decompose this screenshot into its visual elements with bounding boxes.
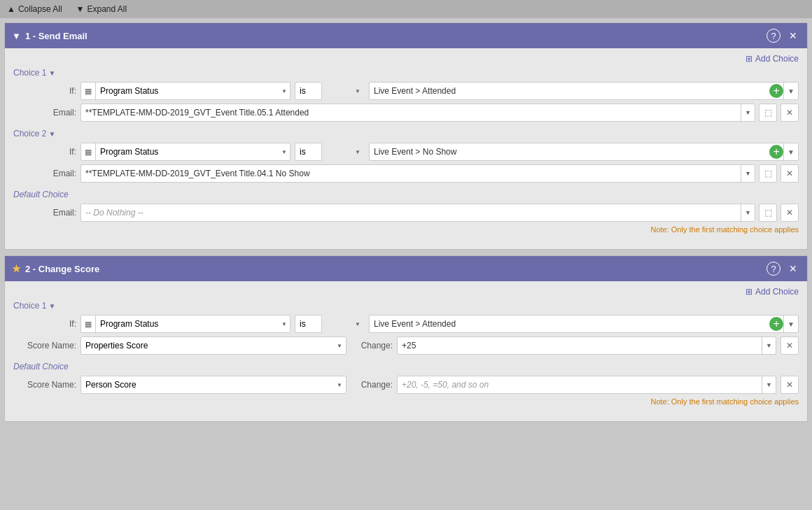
main-content: ▼ 1 - Send Email ? ✕ ⊞ Add Choice Choice… — [0, 18, 812, 426]
step1-default-email-value: -- Do Nothing -- — [81, 208, 741, 218]
step1-choice1-value-field: Live Event > Attended + ▼ — [369, 82, 799, 100]
step1-choice2-value-field: Live Event > No Show + ▼ — [369, 143, 799, 161]
step2-choice1-value-text: Live Event > Attended — [370, 319, 769, 329]
step2-add-choice-row: ⊞ Add Choice — [13, 287, 799, 297]
step1-add-choice-row: ⊞ Add Choice — [13, 54, 799, 64]
top-toolbar: ▲ Collapse All ▼ Expand All — [0, 0, 812, 18]
step2-choice1-operator-select[interactable]: is — [295, 315, 322, 333]
step1-choice2-section: Choice 2 ▼ If: ▦ Program Status — [13, 129, 799, 183]
step2-choice1-if-select[interactable]: Program Status — [96, 316, 174, 332]
step2-default-choice-label: Default Choice — [13, 362, 799, 371]
step1-choice1-email-field-wrap: **TEMPLATE-MM-DD-2019_GVT_Event Title.05… — [80, 104, 799, 122]
step1-header-left: ▼ 1 - Send Email — [12, 31, 88, 41]
step1-choice2-email-value: **TEMPLATE-MM-DD-2019_GVT_Event Title.04… — [81, 169, 741, 178]
step1-choice2-operator-select[interactable]: is — [295, 143, 322, 161]
step1-choice2-email-field-wrap: **TEMPLATE-MM-DD-2019_GVT_Event Title.04… — [80, 164, 799, 183]
step1-choice2-calendar-icon: ▦ — [81, 143, 96, 160]
step1-info-button[interactable]: ? — [766, 29, 780, 43]
step2-star-icon: ★ — [12, 263, 21, 274]
step2-default-change-value: +20, -5, =50, and so on — [398, 380, 762, 390]
collapse-all-button[interactable]: ▲ Collapse All — [7, 4, 62, 14]
step1-choice2-email-label: Email: — [13, 169, 76, 178]
step2-choice1-change-value: +25 — [398, 341, 762, 350]
step1-close-button[interactable]: ✕ — [786, 29, 800, 43]
step1-choice1-if-row: If: ▦ Program Status is — [13, 82, 799, 100]
step1-choice1-if-select[interactable]: Program Status — [96, 83, 174, 99]
step2-body: ⊞ Add Choice Choice 1 ▼ If: ▦ — [5, 281, 807, 421]
step1-default-email-field-wrap: -- Do Nothing -- ▼ ⬚ ✕ — [80, 204, 799, 222]
step2-choice1-change-label: Change: — [351, 341, 393, 350]
step1-choice2-program-status-field[interactable]: ▦ Program Status — [80, 143, 290, 161]
step2-choice1-change-arrow-icon: ▼ — [762, 337, 776, 354]
step1-choice1-program-status-field[interactable]: ▦ Program Status — [80, 82, 290, 100]
step1-choice2-add-value-button[interactable]: + — [769, 145, 783, 159]
step2-choice1-arrow-icon: ▼ — [48, 302, 55, 310]
step1-choice1-arrow-icon: ▼ — [48, 69, 55, 77]
step2-info-button[interactable]: ? — [766, 262, 780, 276]
step2-choice1-add-value-button[interactable]: + — [769, 317, 783, 331]
step1-choice2-preview-button[interactable]: ⬚ — [759, 164, 777, 183]
step2-choice1-score-name-wrap[interactable]: Properties Score — [80, 337, 346, 355]
expand-all-button[interactable]: ▼ Expand All — [76, 4, 127, 14]
step2-choice1-delete-button[interactable]: ✕ — [780, 337, 799, 355]
step1-choice1-email-value: **TEMPLATE-MM-DD-2019_GVT_Event Title.05… — [81, 108, 741, 118]
step1-choice1-email-label: Email: — [13, 108, 76, 118]
step2-choice1-value-dropdown-button[interactable]: ▼ — [783, 316, 798, 332]
step1-default-email-select[interactable]: -- Do Nothing -- ▼ — [80, 204, 755, 222]
step2-choice1-change-field[interactable]: +25 ▼ — [397, 337, 776, 355]
step1-add-choice-link[interactable]: ⊞ Add Choice — [746, 54, 799, 64]
step2-default-choice-section: Default Choice Score Name: Person Score … — [13, 362, 799, 406]
step1-note-text: Only the first matching choice applies — [671, 225, 799, 234]
step1-choice2-arrow-icon: ▼ — [48, 130, 55, 138]
step1-default-preview-button[interactable]: ⬚ — [759, 204, 777, 222]
step1-choice2-if-row: If: ▦ Program Status is — [13, 143, 799, 161]
step1-choice1-section: Choice 1 ▼ If: ▦ Program Status — [13, 68, 799, 122]
step1-choice1-email-select[interactable]: **TEMPLATE-MM-DD-2019_GVT_Event Title.05… — [80, 104, 755, 122]
step1-choice2-value-dropdown-button[interactable]: ▼ — [783, 143, 798, 160]
step1-collapse-icon: ▼ — [12, 31, 21, 41]
step2-default-score-name-wrap[interactable]: Person Score — [80, 376, 346, 394]
step2-default-score-row: Score Name: Person Score Change: +20, -5… — [13, 376, 799, 394]
step2-default-score-label: Score Name: — [13, 380, 76, 390]
step1-choice2-operator-wrap[interactable]: is — [295, 143, 365, 161]
step1-choice2-value-text: Live Event > No Show — [370, 147, 769, 157]
step1-choice1-delete-button[interactable]: ✕ — [780, 104, 799, 122]
step2-choice1-value-field: Live Event > Attended + ▼ — [369, 315, 799, 333]
step2-choice1-section: Choice 1 ▼ If: ▦ Program Status — [13, 301, 799, 355]
step1-choice1-calendar-icon: ▦ — [81, 83, 96, 99]
step2-add-choice-link[interactable]: ⊞ Add Choice — [746, 287, 799, 297]
step1-header-right: ? ✕ — [766, 29, 800, 43]
step1-default-delete-button[interactable]: ✕ — [780, 204, 799, 222]
step1-header: ▼ 1 - Send Email ? ✕ — [5, 23, 807, 48]
step2-default-change-field[interactable]: +20, -5, =50, and so on ▼ — [397, 376, 776, 394]
step2-choice1-if-label: If: — [13, 319, 76, 329]
step1-choice2-if-select[interactable]: Program Status — [96, 143, 174, 160]
step1-choice1-if-label: If: — [13, 86, 76, 96]
step2-choice1-if-row: If: ▦ Program Status is — [13, 315, 799, 333]
step1-choice2-delete-button[interactable]: ✕ — [780, 164, 799, 183]
step1-default-email-label: Email: — [13, 208, 76, 218]
step2-choice1-operator-wrap[interactable]: is — [295, 315, 365, 333]
step1-choice2-email-arrow-icon: ▼ — [741, 165, 755, 182]
step1-choice2-label: Choice 2 ▼ — [13, 129, 799, 139]
step1-note-row: Note: Only the first matching choice app… — [13, 225, 799, 234]
step1-choice1-preview-button[interactable]: ⬚ — [759, 104, 777, 122]
step1-choice1-operator-wrap[interactable]: is — [295, 82, 365, 100]
step1-choice1-label: Choice 1 ▼ — [13, 68, 799, 78]
step1-default-email-row: Email: -- Do Nothing -- ▼ ⬚ ✕ — [13, 204, 799, 222]
step1-choice1-value-dropdown-button[interactable]: ▼ — [783, 83, 798, 99]
step2-default-change-arrow-icon: ▼ — [762, 376, 776, 393]
step1-choice1-add-value-button[interactable]: + — [769, 84, 783, 98]
step1-choice2-email-select[interactable]: **TEMPLATE-MM-DD-2019_GVT_Event Title.04… — [80, 164, 755, 183]
step2-note-text: Only the first matching choice applies — [671, 397, 799, 406]
step2-default-score-name-select[interactable]: Person Score — [80, 376, 346, 394]
step2-header-right: ? ✕ — [766, 262, 800, 276]
step1-body: ⊞ Add Choice Choice 1 ▼ If: ▦ — [5, 48, 807, 249]
step2-choice1-score-row: Score Name: Properties Score Change: +25… — [13, 337, 799, 355]
step2-title: 2 - Change Score — [25, 264, 99, 274]
step2-close-button[interactable]: ✕ — [786, 262, 800, 276]
step1-choice1-operator-select[interactable]: is — [295, 82, 322, 100]
step2-default-delete-button[interactable]: ✕ — [780, 376, 799, 394]
step2-choice1-score-name-select[interactable]: Properties Score — [80, 337, 346, 355]
step2-choice1-program-status-field[interactable]: ▦ Program Status — [80, 315, 290, 333]
